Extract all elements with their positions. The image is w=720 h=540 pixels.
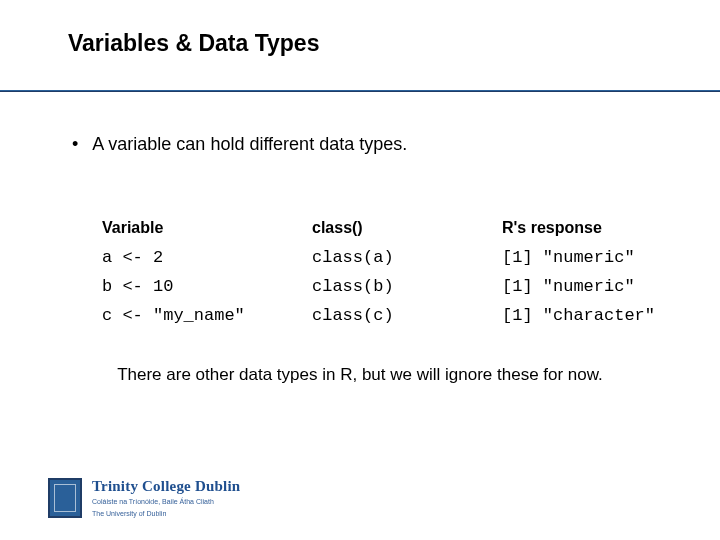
th-class: class() bbox=[312, 215, 502, 243]
table-row: b <- 10 class(b) [1] "numeric" bbox=[102, 272, 655, 301]
footer-subtext-1: Coláiste na Tríonóide, Baile Átha Cliath bbox=[92, 497, 240, 506]
cell-response: [1] "numeric" bbox=[502, 272, 655, 301]
slide-footer: Trinity College Dublin Coláiste na Tríon… bbox=[48, 478, 240, 518]
bullet-item: • A variable can hold different data typ… bbox=[72, 134, 407, 155]
cell-call: class(b) bbox=[312, 272, 502, 301]
cell-variable: b <- 10 bbox=[102, 272, 312, 301]
cell-variable: c <- "my_name" bbox=[102, 301, 312, 330]
slide: Variables & Data Types • A variable can … bbox=[0, 0, 720, 540]
th-variable: Variable bbox=[102, 215, 312, 243]
bullet-text: A variable can hold different data types… bbox=[92, 134, 407, 155]
cell-variable: a <- 2 bbox=[102, 243, 312, 272]
footer-text: Trinity College Dublin Coláiste na Tríon… bbox=[92, 478, 240, 517]
closing-note: There are other data types in R, but we … bbox=[0, 365, 720, 385]
footer-subtext-2: The University of Dublin bbox=[92, 509, 240, 518]
table-row: c <- "my_name" class(c) [1] "character" bbox=[102, 301, 655, 330]
table-row: a <- 2 class(a) [1] "numeric" bbox=[102, 243, 655, 272]
cell-call: class(a) bbox=[312, 243, 502, 272]
table-header-row: Variable class() R's response bbox=[102, 215, 655, 243]
university-crest-icon bbox=[48, 478, 82, 518]
cell-response: [1] "character" bbox=[502, 301, 655, 330]
bullet-dot-icon: • bbox=[72, 135, 78, 153]
slide-title: Variables & Data Types bbox=[68, 30, 319, 57]
cell-call: class(c) bbox=[312, 301, 502, 330]
footer-university-name: Trinity College Dublin bbox=[92, 478, 240, 495]
title-underline bbox=[0, 90, 720, 92]
th-response: R's response bbox=[502, 215, 655, 243]
datatype-table: Variable class() R's response a <- 2 cla… bbox=[102, 215, 655, 330]
cell-response: [1] "numeric" bbox=[502, 243, 655, 272]
